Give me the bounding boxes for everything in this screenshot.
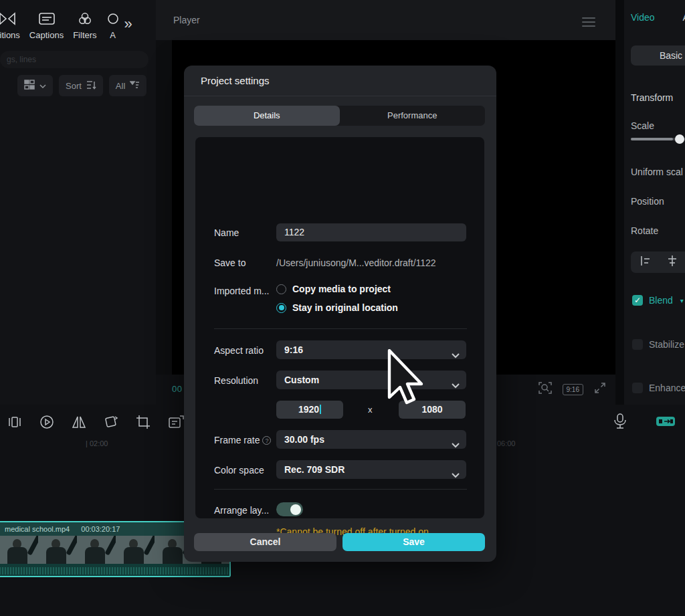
- adjustment-icon: [106, 12, 120, 27]
- section-divider: [214, 328, 467, 329]
- width-value: 1920: [298, 404, 319, 415]
- scale-slider-fill: [631, 138, 673, 140]
- color-space-label: Color space: [214, 465, 264, 476]
- scale-slider[interactable]: [631, 138, 685, 140]
- aspect-ratio-select[interactable]: 9:16: [276, 340, 466, 359]
- player-title: Player: [173, 15, 200, 25]
- info-icon[interactable]: ?: [262, 436, 271, 445]
- fullscreen-icon[interactable]: [594, 382, 606, 397]
- blend-caret-icon[interactable]: ▾: [680, 297, 684, 304]
- media-panel: sitions Captions Filters A » gs, lines: [0, 0, 156, 405]
- dialog-header-divider: [184, 96, 496, 96]
- media-search-input[interactable]: gs, lines: [0, 51, 149, 68]
- tab-details[interactable]: Details: [194, 106, 340, 126]
- crop-icon[interactable]: [135, 414, 151, 433]
- tab-filters[interactable]: Filters: [68, 12, 101, 40]
- scale-label: Scale: [631, 120, 654, 131]
- frame-rate-label: Frame rate?: [214, 435, 271, 445]
- chevron-down-icon: [452, 435, 460, 454]
- chevron-down-icon: [39, 81, 46, 91]
- zoom-fit-icon[interactable]: [539, 381, 552, 397]
- enhance-label: Enhance: [649, 383, 685, 393]
- align-center-icon[interactable]: [667, 255, 678, 269]
- clip-name: medical school.mp4: [5, 525, 70, 533]
- radio-selected-icon[interactable]: [276, 303, 286, 313]
- film-frame: [0, 536, 38, 564]
- color-space-value: Rec. 709 SDR: [284, 464, 345, 475]
- aspect-ratio-label: Aspect ratio: [214, 345, 264, 356]
- tab-captions[interactable]: Captions: [25, 12, 68, 40]
- blend-checkbox[interactable]: ✓: [632, 295, 643, 306]
- microphone-icon[interactable]: [613, 413, 627, 433]
- align-left-icon[interactable]: [640, 255, 651, 269]
- aspect-ratio-value: 9:16: [284, 344, 303, 355]
- ruler-mark: | 06:00: [493, 439, 515, 447]
- filter-all-button[interactable]: All: [109, 75, 146, 96]
- dialog-tab-bar: Details Performance: [194, 106, 485, 126]
- aspect-ratio-badge[interactable]: 9:16: [563, 384, 583, 395]
- tab-label: Filters: [73, 30, 96, 40]
- tab-label: Captions: [29, 30, 64, 40]
- scale-slider-knob[interactable]: [675, 134, 684, 144]
- copy-media-option[interactable]: Copy media to project: [276, 284, 391, 294]
- tab-basic[interactable]: Basic: [631, 45, 685, 66]
- enhance-checkbox[interactable]: [632, 383, 643, 393]
- color-space-select[interactable]: Rec. 709 SDR: [276, 460, 466, 479]
- save-to-value: /Users/juniusong/M...veditor.draft/1122: [276, 258, 436, 268]
- grid-view-icon: [24, 80, 35, 92]
- frame-rate-select[interactable]: 30.00 fps: [276, 430, 466, 449]
- position-label: Position: [631, 196, 664, 207]
- player-timecode: 00: [172, 384, 182, 394]
- film-frame: [116, 536, 155, 564]
- name-input[interactable]: 1122: [276, 223, 466, 241]
- stabilize-checkbox[interactable]: [632, 339, 643, 350]
- tab-performance[interactable]: Performance: [340, 106, 486, 126]
- save-to-label: Save to: [214, 258, 246, 268]
- player-header: Player: [156, 0, 615, 40]
- clip-audio-waveform: [0, 564, 229, 576]
- sort-label: Sort: [66, 81, 82, 91]
- media-panel-tabs: sitions Captions Filters A »: [0, 4, 156, 40]
- align-button-group: [631, 251, 685, 273]
- resolution-select[interactable]: Custom: [276, 371, 466, 389]
- radio-unselected-icon[interactable]: [276, 284, 286, 294]
- tab-audio[interactable]: Au: [683, 12, 685, 23]
- stabilize-row: Stabilize: [632, 339, 684, 350]
- resolution-value: Custom: [284, 375, 319, 385]
- width-input[interactable]: 1920: [276, 401, 343, 419]
- filters-icon: [77, 12, 93, 27]
- text-caret: [320, 405, 321, 414]
- player-menu-icon[interactable]: [582, 15, 595, 29]
- stay-original-option[interactable]: Stay in original location: [276, 302, 398, 313]
- transform-section-label[interactable]: Transform: [631, 92, 673, 103]
- tab-video[interactable]: Video: [631, 12, 655, 23]
- extract-audio-icon[interactable]: [656, 415, 676, 431]
- chevron-down-icon: [452, 376, 460, 395]
- tab-transitions[interactable]: sitions: [0, 12, 25, 40]
- film-frame: [77, 536, 116, 564]
- blend-label: Blend: [649, 295, 673, 306]
- sort-button[interactable]: Sort: [59, 75, 103, 96]
- save-button[interactable]: Save: [342, 533, 485, 551]
- arrange-layers-toggle[interactable]: [276, 502, 303, 516]
- imported-media-label: Imported m...: [214, 286, 269, 296]
- section-divider: [214, 489, 467, 490]
- all-label: All: [116, 81, 125, 91]
- filter-icon: [130, 80, 140, 92]
- blend-row: ✓ Blend ▾: [632, 295, 684, 306]
- captions-icon: [38, 12, 56, 27]
- film-frame: [38, 536, 77, 564]
- cancel-button[interactable]: Cancel: [194, 533, 336, 551]
- frame-rate-value: 30.00 fps: [284, 434, 324, 445]
- tab-adjustment[interactable]: A: [102, 12, 124, 40]
- view-mode-button[interactable]: [17, 75, 53, 96]
- chevron-double-right-icon[interactable]: »: [124, 17, 132, 40]
- toggle-knob: [290, 504, 301, 515]
- rotate-icon[interactable]: [103, 414, 119, 433]
- mirror-icon[interactable]: [71, 414, 87, 433]
- arrange-layers-label: Arrange lay...: [214, 505, 269, 516]
- track-view-icon[interactable]: [7, 414, 23, 433]
- speed-icon[interactable]: [39, 414, 55, 433]
- project-settings-dialog: Project settings Details Performance Nam…: [184, 66, 496, 562]
- freeze-frame-icon[interactable]: [167, 414, 185, 433]
